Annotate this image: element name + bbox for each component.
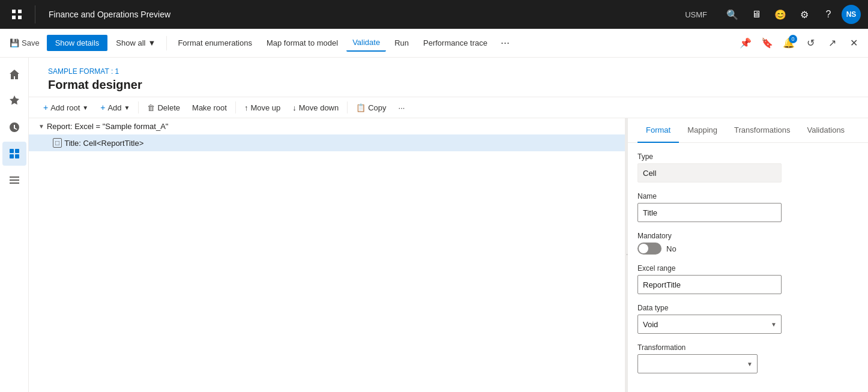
page-title: Format designer bbox=[38, 78, 858, 97]
delete-button[interactable]: 🗑 Delete bbox=[142, 100, 185, 115]
tree-item-label-1: Title: Cell<ReportTitle> bbox=[64, 139, 143, 148]
name-label: Name bbox=[637, 192, 858, 201]
show-details-button[interactable]: Show details bbox=[47, 35, 108, 51]
move-down-button[interactable]: ↓ Move down bbox=[288, 100, 343, 115]
toolbar-sep-1 bbox=[138, 101, 139, 113]
type-field: Type bbox=[637, 152, 858, 182]
map-format-to-model-button[interactable]: Map format to model bbox=[261, 35, 344, 51]
svg-rect-6 bbox=[10, 154, 14, 158]
tree-item-cell-icon: □ bbox=[53, 138, 62, 148]
tree-item-1[interactable]: □ Title: Cell<ReportTitle> bbox=[29, 134, 625, 151]
add-root-chevron-icon: ▼ bbox=[82, 104, 88, 111]
tree-collapse-icon: ▼ bbox=[38, 123, 44, 130]
sidebar-item-recent[interactable] bbox=[2, 115, 26, 139]
make-root-button[interactable]: Make root bbox=[187, 100, 232, 115]
data-type-select[interactable]: Void bbox=[637, 315, 782, 334]
transformation-select-wrapper: ▼ bbox=[637, 354, 758, 373]
open-icon[interactable]: ↗ bbox=[822, 34, 842, 53]
save-button[interactable]: 💾 Save bbox=[5, 36, 44, 50]
top-bar: Finance and Operations Preview USMF 🔍 🖥 … bbox=[0, 0, 868, 29]
cmd-sep-1 bbox=[166, 36, 167, 50]
tree-panel: ▼ Report: Excel = "Sample format_A" □ Ti… bbox=[29, 118, 625, 392]
apps-grid-icon[interactable] bbox=[7, 5, 26, 24]
avatar[interactable]: NS bbox=[842, 5, 861, 24]
show-all-button[interactable]: Show all ▼ bbox=[110, 35, 161, 51]
mandatory-field: Mandatory No bbox=[637, 232, 858, 255]
top-icons: 🔍 🖥 😊 ⚙ ? NS bbox=[722, 4, 861, 25]
mandatory-toggle[interactable] bbox=[637, 243, 662, 255]
close-icon[interactable]: ✕ bbox=[844, 34, 863, 53]
move-up-icon: ↑ bbox=[244, 103, 249, 112]
format-toolbar: + Add root ▼ + Add ▼ 🗑 Delete Make root … bbox=[29, 97, 868, 118]
sidebar-item-workspace[interactable] bbox=[2, 142, 26, 166]
type-label: Type bbox=[637, 152, 858, 161]
add-button[interactable]: + Add ▼ bbox=[95, 100, 134, 115]
svg-rect-3 bbox=[18, 16, 22, 19]
bookmark-icon[interactable]: 🔖 bbox=[758, 34, 777, 53]
format-enumerations-button[interactable]: Format enumerations bbox=[172, 35, 258, 51]
add-root-button[interactable]: + Add root ▼ bbox=[38, 100, 93, 115]
sidebar bbox=[0, 58, 29, 392]
plus-icon-2: + bbox=[100, 103, 105, 112]
svg-rect-8 bbox=[10, 176, 19, 178]
svg-rect-7 bbox=[15, 154, 19, 158]
sidebar-item-home[interactable] bbox=[2, 62, 26, 86]
data-type-label: Data type bbox=[637, 304, 858, 312]
tab-transformations[interactable]: Transformations bbox=[726, 118, 798, 143]
plus-icon: + bbox=[43, 103, 48, 112]
transformation-label: Transformation bbox=[637, 343, 858, 352]
search-icon[interactable]: 🔍 bbox=[722, 4, 743, 25]
tree-item-0[interactable]: ▼ Report: Excel = "Sample format_A" bbox=[29, 118, 625, 134]
tab-format[interactable]: Format bbox=[637, 118, 679, 143]
more-toolbar-button[interactable]: ··· bbox=[394, 100, 410, 115]
properties-panel: Format Mapping Transformations Validatio… bbox=[628, 118, 868, 392]
move-down-icon: ↓ bbox=[292, 103, 297, 112]
copy-button[interactable]: 📋 Copy bbox=[351, 100, 391, 115]
data-type-select-wrapper: Void ▼ bbox=[637, 315, 782, 334]
type-input[interactable] bbox=[637, 163, 782, 182]
smiley-icon[interactable]: 😊 bbox=[770, 4, 791, 25]
excel-range-input[interactable] bbox=[637, 275, 782, 294]
properties-tabs: Format Mapping Transformations Validatio… bbox=[628, 118, 868, 143]
toolbar-sep-2 bbox=[235, 101, 236, 113]
name-input[interactable] bbox=[637, 203, 782, 222]
toolbar-sep-3 bbox=[347, 101, 348, 113]
notification-icon[interactable]: 🔔 0 bbox=[779, 34, 798, 53]
form-body: Type Name Mandatory No bbox=[628, 143, 868, 383]
tree-item-label-0: Report: Excel = "Sample format_A" bbox=[47, 122, 169, 131]
pin-icon[interactable]: 📌 bbox=[736, 34, 755, 53]
name-field: Name bbox=[637, 192, 858, 222]
content-area: SAMPLE FORMAT : 1 Format designer + Add … bbox=[29, 58, 868, 392]
copy-icon: 📋 bbox=[356, 103, 366, 112]
app-title: Finance and Operations Preview bbox=[44, 10, 680, 19]
more-button[interactable]: ··· bbox=[496, 34, 514, 52]
add-chevron-icon: ▼ bbox=[124, 104, 130, 111]
command-bar: 💾 Save Show details Show all ▼ Format en… bbox=[0, 29, 868, 58]
performance-trace-button[interactable]: Performance trace bbox=[417, 35, 493, 51]
refresh-icon[interactable]: ↺ bbox=[801, 34, 820, 53]
monitor-icon[interactable]: 🖥 bbox=[746, 4, 767, 25]
tab-mapping[interactable]: Mapping bbox=[679, 118, 726, 143]
run-button[interactable]: Run bbox=[388, 35, 415, 51]
breadcrumb: SAMPLE FORMAT : 1 bbox=[38, 62, 858, 78]
validate-button[interactable]: Validate bbox=[346, 34, 386, 52]
tab-validations[interactable]: Validations bbox=[798, 118, 853, 143]
cmd-right-icons: 📌 🔖 🔔 0 ↺ ↗ ✕ bbox=[736, 34, 863, 53]
svg-rect-4 bbox=[10, 149, 14, 153]
help-icon[interactable]: ? bbox=[818, 4, 839, 25]
mandatory-toggle-row: No bbox=[637, 243, 858, 255]
svg-rect-5 bbox=[15, 149, 19, 153]
sidebar-item-list[interactable] bbox=[2, 168, 26, 192]
svg-rect-2 bbox=[12, 16, 16, 19]
settings-icon[interactable]: ⚙ bbox=[794, 4, 815, 25]
svg-rect-0 bbox=[12, 10, 16, 13]
sidebar-item-favorites[interactable] bbox=[2, 89, 26, 113]
move-up-button[interactable]: ↑ Move up bbox=[240, 100, 285, 115]
svg-rect-10 bbox=[10, 182, 19, 184]
transformation-field: Transformation ▼ bbox=[637, 343, 858, 373]
show-all-chevron-icon: ▼ bbox=[148, 38, 156, 47]
company-label: USMF bbox=[685, 10, 707, 19]
data-type-field: Data type Void ▼ bbox=[637, 304, 858, 334]
transformation-select[interactable] bbox=[637, 354, 758, 373]
excel-range-field: Excel range bbox=[637, 264, 858, 294]
